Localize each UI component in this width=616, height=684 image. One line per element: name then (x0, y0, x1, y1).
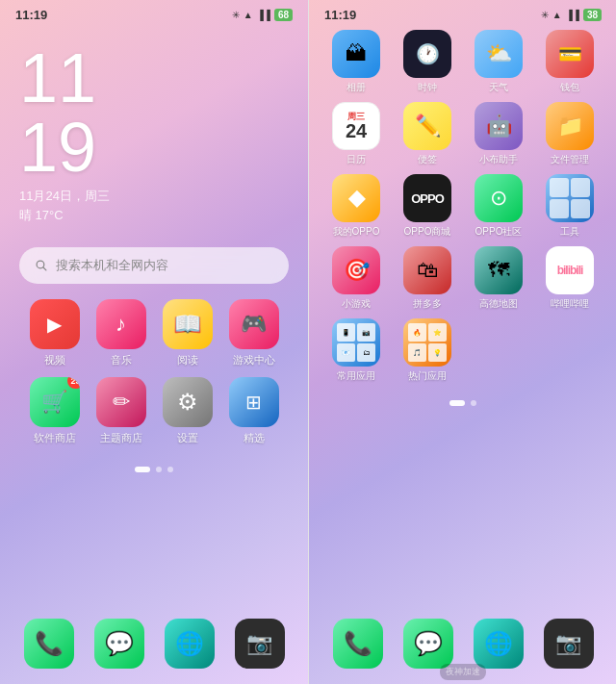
r-app-wallet-icon: 💳 (546, 30, 594, 78)
r-app-clock-label: 时钟 (418, 81, 437, 94)
clock-widget: 11 19 11月24日，周三 晴 17°C (19, 34, 289, 230)
app-store[interactable]: 🛒 23 软件商店 (23, 377, 86, 445)
r-app-files-icon: 📁 (546, 102, 594, 150)
r-app-files[interactable]: 📁 文件管理 (536, 102, 603, 166)
r-app-clock-icon: 🕐 (403, 30, 451, 78)
r-app-amap[interactable]: 🗺 高德地图 (465, 246, 532, 311)
r-app-hot-label: 热门应用 (408, 369, 447, 383)
app-music[interactable]: ♪ 音乐 (90, 299, 152, 367)
app-theme-label: 主题商店 (100, 431, 142, 445)
r-app-bilibili[interactable]: bilibili 哔哩哔哩 (536, 246, 603, 311)
dock-phone[interactable]: 📞 (15, 619, 82, 669)
clock-hour: 11 (19, 43, 289, 113)
app-game-center-icon: 🎮 (229, 299, 279, 349)
r-app-tools-icon (546, 174, 594, 222)
r-app-minigames[interactable]: 🎯 小游戏 (322, 246, 390, 311)
r-dock-sms[interactable]: 💬 (395, 619, 461, 669)
right-main-content: 🏔 相册 🕐 时钟 ⛅ 天气 💳 (309, 26, 616, 387)
search-bar[interactable]: 搜索本机和全网内容 (19, 247, 289, 284)
dock-sms[interactable]: 💬 (86, 619, 152, 669)
r-app-bilibili-label: 哔哩哔哩 (551, 297, 589, 311)
search-placeholder: 搜索本机和全网内容 (56, 257, 168, 274)
r-app-oppo-shop-icon: OPPO (403, 174, 451, 222)
app-reading-label: 阅读 (177, 353, 198, 367)
left-dock-row: 📞 💬 🌐 📷 (15, 619, 293, 669)
left-phone: 11:19 ✳ ▲ ▐▐ 68 11 19 11月24日，周三 晴 17°C 搜… (0, 0, 308, 684)
r-app-oppo-community[interactable]: ⊙ OPPO社区 (465, 174, 532, 239)
r-app-tools[interactable]: 工具 (536, 174, 603, 239)
dock-browser[interactable]: 🌐 (156, 619, 222, 669)
r-app-tools-label: 工具 (560, 225, 579, 239)
r-app-album[interactable]: 🏔 相册 (322, 30, 390, 94)
r-app-calendar-icon: 周三 24 (332, 102, 380, 150)
svg-line-1 (43, 267, 46, 270)
app-game-center[interactable]: 🎮 游戏中心 (222, 299, 285, 367)
r-dock-browser-icon: 🌐 (474, 619, 524, 669)
battery-icon: 68 (274, 9, 293, 21)
right-status-bar: 11:19 ✳ ▲ ▐▐ 38 (309, 0, 616, 26)
right-dock-row: 📞 💬 🌐 📷 (324, 619, 602, 669)
right-time: 11:19 (324, 8, 356, 22)
r-app-assistant[interactable]: 🤖 小布助手 (465, 102, 532, 166)
r-app-oppo-community-label: OPPO社区 (475, 225, 523, 239)
r-app-wallet[interactable]: 💳 钱包 (536, 30, 603, 94)
r-dock-camera-icon: 📷 (544, 619, 594, 669)
r-app-minigames-icon: 🎯 (332, 246, 380, 294)
r-bluetooth-icon: ✳ (541, 10, 549, 20)
r-app-clock[interactable]: 🕐 时钟 (394, 30, 461, 94)
r-app-oppo-shop[interactable]: OPPO OPPO商城 (394, 174, 461, 239)
r-app-myoppo-label: 我的OPPO (333, 225, 380, 239)
r-dock-phone[interactable]: 📞 (324, 619, 391, 669)
app-music-icon: ♪ (96, 299, 146, 349)
app-reading[interactable]: 📖 阅读 (156, 299, 218, 367)
r-app-wallet-label: 钱包 (560, 81, 579, 94)
left-status-bar: 11:19 ✳ ▲ ▐▐ 68 (0, 0, 308, 26)
app-featured-label: 精选 (244, 431, 265, 445)
r-app-album-icon: 🏔 (332, 30, 380, 78)
app-video[interactable]: ▶ 视频 (23, 299, 86, 367)
r-battery-icon: 38 (583, 9, 602, 21)
r-app-minigames-label: 小游戏 (342, 297, 371, 311)
dock-camera[interactable]: 📷 (226, 619, 293, 669)
r-app-album-label: 相册 (346, 81, 366, 94)
r-app-amap-label: 高德地图 (479, 297, 518, 311)
r-dock-camera[interactable]: 📷 (535, 619, 602, 669)
app-featured[interactable]: ⊞ 精选 (222, 377, 285, 445)
app-theme[interactable]: ✏ 主题商店 (90, 377, 152, 445)
app-reading-icon: 📖 (163, 299, 213, 349)
r-app-myoppo[interactable]: ◆ 我的OPPO (322, 174, 390, 239)
dock-browser-icon: 🌐 (165, 619, 215, 669)
r-dock-phone-icon: 📞 (333, 619, 383, 669)
app-store-badge: 23 (67, 377, 79, 389)
r-app-note[interactable]: ✏️ 便签 (394, 102, 461, 166)
search-icon (35, 259, 48, 272)
r-app-common[interactable]: 📱 📷 📧 🗂 常用应用 (322, 318, 390, 383)
app-store-icon: 🛒 23 (30, 377, 80, 427)
dock-phone-icon: 📞 (24, 619, 74, 669)
r-app-assistant-label: 小布助手 (479, 153, 518, 166)
r-app-hot[interactable]: 🔥 ⭐ 🎵 💡 热门应用 (394, 318, 461, 383)
right-status-icons: ✳ ▲ ▐▐ 38 (541, 9, 602, 21)
r-app-calendar-label: 日历 (346, 153, 366, 166)
dot-3 (167, 467, 173, 472)
app-store-label: 软件商店 (34, 431, 76, 445)
r-app-pdd[interactable]: 🛍 拼多多 (394, 246, 461, 311)
left-page-dots (0, 467, 308, 472)
r-signal-icon: ▐▐ (566, 10, 579, 20)
r-app-weather-icon: ⛅ (475, 30, 523, 78)
app-game-center-label: 游戏中心 (233, 353, 275, 367)
r-dock-browser[interactable]: 🌐 (465, 619, 531, 669)
clock-date: 11月24日，周三 (19, 188, 289, 205)
r-app-bilibili-icon: bilibili (546, 246, 594, 294)
r-app-weather[interactable]: ⛅ 天气 (465, 30, 532, 94)
r-app-common-label: 常用应用 (337, 369, 375, 383)
app-settings[interactable]: ⚙ 设置 (156, 377, 218, 445)
r-wifi-icon: ▲ (552, 10, 562, 20)
r-dock-sms-icon: 💬 (403, 619, 453, 669)
watermark: 夜神加速 (440, 664, 486, 680)
r-app-amap-icon: 🗺 (475, 246, 523, 294)
clock-minute: 19 (19, 113, 289, 182)
r-app-calendar[interactable]: 周三 24 日历 (322, 102, 390, 166)
dot-2 (156, 467, 162, 472)
r-app-weather-label: 天气 (489, 81, 508, 94)
